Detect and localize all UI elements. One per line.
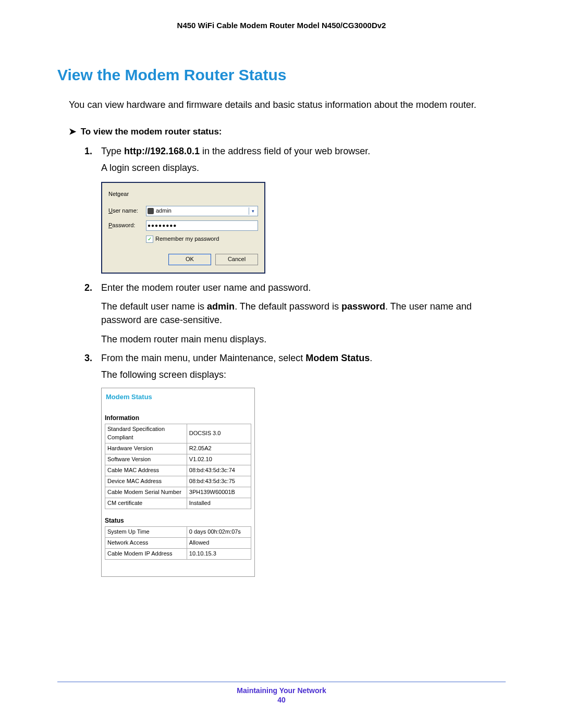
chevron-down-icon[interactable]: ▾ <box>249 207 256 215</box>
table-cell-key: Hardware Version <box>105 443 187 454</box>
table-row: CM certificateInstalled <box>105 498 251 509</box>
table-cell-key: Device MAC Address <box>105 476 187 487</box>
table-cell-key: Cable MAC Address <box>105 465 187 476</box>
step-2: Enter the modem router user name and pas… <box>84 281 506 346</box>
table-cell-key: System Up Time <box>105 526 187 537</box>
table-row: Network AccessAllowed <box>105 537 251 548</box>
table-cell-value: Allowed <box>187 537 251 548</box>
remember-row: ✓ Remember my password <box>146 235 258 243</box>
step-3-text-a: From the main menu, under Maintenance, s… <box>101 353 305 363</box>
table-cell-value: V1.02.10 <box>187 454 251 465</box>
table-cell-key: Cable Modem IP Address <box>105 548 187 559</box>
status-table: System Up Time0 days 00h:02m:07sNetwork … <box>105 526 251 560</box>
username-label: User name: <box>108 207 146 215</box>
step-3-result: The following screen displays: <box>101 368 506 381</box>
password-value: ●●●●●●●● <box>148 222 177 230</box>
step-1-result: A login screen displays. <box>101 161 506 175</box>
step-3: From the main menu, under Maintenance, s… <box>84 351 506 577</box>
table-row: System Up Time0 days 00h:02m:07s <box>105 526 251 537</box>
table-row: Software VersionV1.02.10 <box>105 454 251 465</box>
username-row: User name: admin ▾ <box>108 206 258 216</box>
table-cell-value: R2.05A2 <box>187 443 251 454</box>
information-table: Standard Specification CompliantDOCSIS 3… <box>105 424 251 509</box>
step-1: Type http://192.168.0.1 in the address f… <box>84 144 506 274</box>
step-1-text-b: in the address field of your web browser… <box>200 146 370 156</box>
step-3-text-c: . <box>370 353 372 363</box>
table-cell-value: 08:bd:43:5d:3c:74 <box>187 465 251 476</box>
username-value: admin <box>156 207 249 215</box>
user-icon <box>148 208 154 214</box>
footer-text: Maintaining Your Network <box>237 686 326 695</box>
table-row: Hardware VersionR2.05A2 <box>105 443 251 454</box>
table-row: Cable MAC Address08:bd:43:5d:3c:74 <box>105 465 251 476</box>
step-2-text: Enter the modem router user name and pas… <box>101 282 311 293</box>
table-cell-value: 0 days 00h:02m:07s <box>187 526 251 537</box>
page-number: 40 <box>57 696 506 704</box>
table-cell-key: Standard Specification Compliant <box>105 424 187 443</box>
document-header: N450 WiFi Cable Modem Router Model N450/… <box>57 21 506 30</box>
table-cell-value: 3PH139W60001B <box>187 487 251 498</box>
table-cell-value: 10.10.15.3 <box>187 548 251 559</box>
table-row: Cable Modem Serial Number3PH139W60001B <box>105 487 251 498</box>
password-input[interactable]: ●●●●●●●● <box>146 220 258 231</box>
table-cell-key: Software Version <box>105 454 187 465</box>
table-row: Cable Modem IP Address10.10.15.3 <box>105 548 251 559</box>
table-cell-key: Network Access <box>105 537 187 548</box>
login-dialog: Netgear User name: admin ▾ Password: ●●●… <box>101 182 265 274</box>
step-2-para-2: The modem router main menu displays. <box>101 332 506 346</box>
table-cell-value: 08:bd:43:5d:3c:75 <box>187 476 251 487</box>
modem-status-title: Modem Status <box>106 392 251 402</box>
username-input[interactable]: admin ▾ <box>146 206 258 216</box>
intro-paragraph: You can view hardware and firmware detai… <box>69 98 506 112</box>
table-cell-key: Cable Modem Serial Number <box>105 487 187 498</box>
password-row: Password: ●●●●●●●● <box>108 220 258 231</box>
section-title: View the Modem Router Status <box>57 66 506 84</box>
table-row: Standard Specification CompliantDOCSIS 3… <box>105 424 251 443</box>
step-2-para-1: The default user name is admin. The defa… <box>101 300 506 327</box>
table-row: Device MAC Address08:bd:43:5d:3c:75 <box>105 476 251 487</box>
modem-status-panel: Modem Status Information Standard Specif… <box>101 388 255 577</box>
ok-button[interactable]: OK <box>168 254 211 265</box>
remember-checkbox[interactable]: ✓ <box>146 236 153 243</box>
status-caption: Status <box>105 516 251 525</box>
table-cell-value: Installed <box>187 498 251 509</box>
table-cell-key: CM certificate <box>105 498 187 509</box>
table-cell-value: DOCSIS 3.0 <box>187 424 251 443</box>
procedure-heading: ➤ To view the modem router status: <box>69 126 506 137</box>
step-3-bold: Modem Status <box>305 353 370 363</box>
login-realm: Netgear <box>108 190 258 199</box>
cancel-button[interactable]: Cancel <box>215 254 258 265</box>
remember-label: Remember my password <box>155 235 219 243</box>
step-1-url: http://192.168.0.1 <box>124 146 200 156</box>
procedure-heading-text: To view the modem router status: <box>81 127 222 137</box>
information-caption: Information <box>105 414 251 423</box>
chevron-right-icon: ➤ <box>69 126 78 137</box>
step-1-text-a: Type <box>101 146 124 156</box>
password-label: Password: <box>108 221 146 230</box>
page-footer: Maintaining Your Network 40 <box>57 682 506 704</box>
